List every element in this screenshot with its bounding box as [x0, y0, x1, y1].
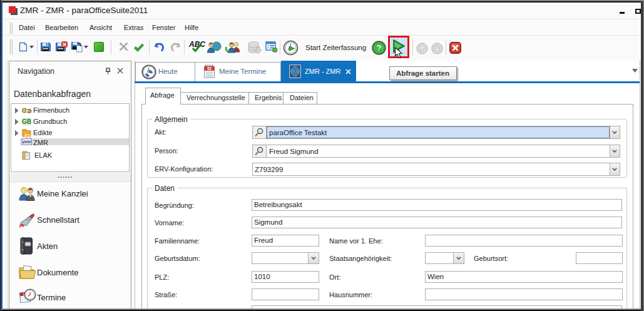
svg-text:ED: ED [25, 133, 31, 138]
svg-text:52: 52 [207, 66, 212, 71]
svg-text:?: ? [376, 43, 381, 53]
